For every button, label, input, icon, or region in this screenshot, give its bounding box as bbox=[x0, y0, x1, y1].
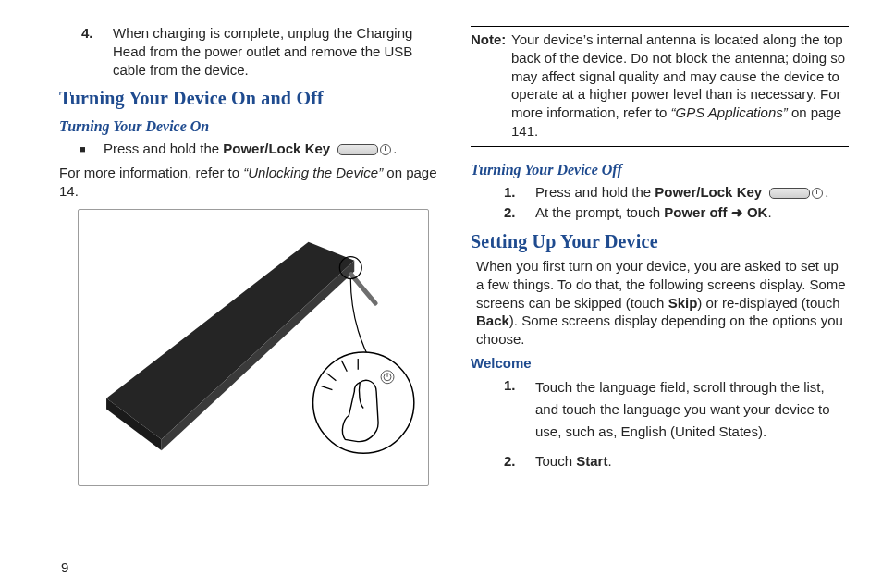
step-text: Press and hold the Power/Lock Key . bbox=[535, 183, 849, 203]
welcome-step-1: 1. Touch the language field, scroll thro… bbox=[500, 376, 849, 443]
note-text: Your device’s internal antenna is locate… bbox=[511, 31, 849, 141]
note-rule-bottom bbox=[471, 146, 849, 147]
more-info-unlocking: For more information, refer to “Unlockin… bbox=[59, 164, 437, 201]
note-rule-top bbox=[471, 26, 849, 27]
step-text: Touch Start. bbox=[535, 452, 849, 471]
subheading-turning-off: Turning Your Device Off bbox=[471, 160, 849, 179]
label-power-off: Power off bbox=[664, 204, 727, 220]
setup-intro: When you first turn on your device, you … bbox=[476, 257, 849, 349]
step-number: 2. bbox=[500, 452, 535, 471]
power-lock-key-label: Power/Lock Key bbox=[223, 141, 330, 156]
text: Press and hold the bbox=[535, 184, 655, 200]
off-step-1: 1. Press and hold the Power/Lock Key . bbox=[500, 183, 849, 203]
text: ). Some screens display depending on the… bbox=[476, 312, 843, 347]
heading-setting-up: Setting Up Your Device bbox=[471, 229, 849, 253]
text: . bbox=[825, 184, 828, 200]
manual-page: 4. When charging is complete, unplug the… bbox=[0, 0, 882, 588]
text: At the prompt, touch bbox=[535, 204, 664, 220]
power-on-text: Press and hold the Power/Lock Key . bbox=[104, 140, 437, 160]
power-on-step: ■ Press and hold the Power/Lock Key . bbox=[78, 140, 437, 160]
subheading-welcome: Welcome bbox=[471, 354, 849, 373]
link-unlocking-device: “Unlocking the Device” bbox=[243, 165, 383, 180]
label-start: Start bbox=[576, 453, 607, 469]
device-power-button-illustration bbox=[78, 209, 429, 486]
text: ) or re-displayed (touch bbox=[697, 295, 839, 311]
step-number: 1. bbox=[500, 376, 535, 443]
text: . bbox=[607, 453, 611, 469]
antenna-note: Note: Your device’s internal antenna is … bbox=[471, 31, 849, 141]
power-lock-key-icon bbox=[337, 140, 391, 158]
text: Press and hold the bbox=[104, 141, 223, 156]
step-text: Touch the language field, scroll through… bbox=[535, 376, 849, 443]
arrow-icon: ➜ bbox=[728, 204, 747, 220]
text: For more information, refer to bbox=[59, 165, 243, 180]
text: Touch bbox=[535, 453, 576, 469]
note-label: Note: bbox=[471, 31, 511, 141]
label-back: Back bbox=[476, 312, 509, 328]
label-skip: Skip bbox=[668, 295, 698, 311]
power-lock-key-label: Power/Lock Key bbox=[655, 184, 762, 200]
square-bullet-icon: ■ bbox=[78, 140, 104, 160]
two-column-layout: 4. When charging is complete, unplug the… bbox=[59, 24, 849, 486]
left-column: 4. When charging is complete, unplug the… bbox=[59, 24, 437, 486]
step-text: When charging is complete, unplug the Ch… bbox=[113, 24, 437, 79]
step-number: 2. bbox=[500, 203, 535, 222]
link-gps-applications: “GPS Applications” bbox=[671, 104, 788, 120]
welcome-step-2: 2. Touch Start. bbox=[500, 452, 849, 471]
step-number: 1. bbox=[500, 183, 535, 203]
power-lock-key-icon bbox=[769, 183, 823, 202]
step-text: At the prompt, touch Power off ➜ OK. bbox=[535, 203, 849, 222]
subheading-turning-on: Turning Your Device On bbox=[59, 116, 437, 136]
text: . bbox=[393, 141, 397, 156]
off-step-2: 2. At the prompt, touch Power off ➜ OK. bbox=[500, 203, 849, 222]
page-number: 9 bbox=[61, 559, 68, 575]
heading-turning-on-off: Turning Your Device On and Off bbox=[59, 86, 437, 110]
step-number: 4. bbox=[78, 24, 113, 79]
text: . bbox=[767, 204, 771, 220]
label-ok: OK bbox=[747, 204, 768, 220]
right-column: Note: Your device’s internal antenna is … bbox=[471, 24, 849, 486]
step-4: 4. When charging is complete, unplug the… bbox=[78, 24, 437, 79]
